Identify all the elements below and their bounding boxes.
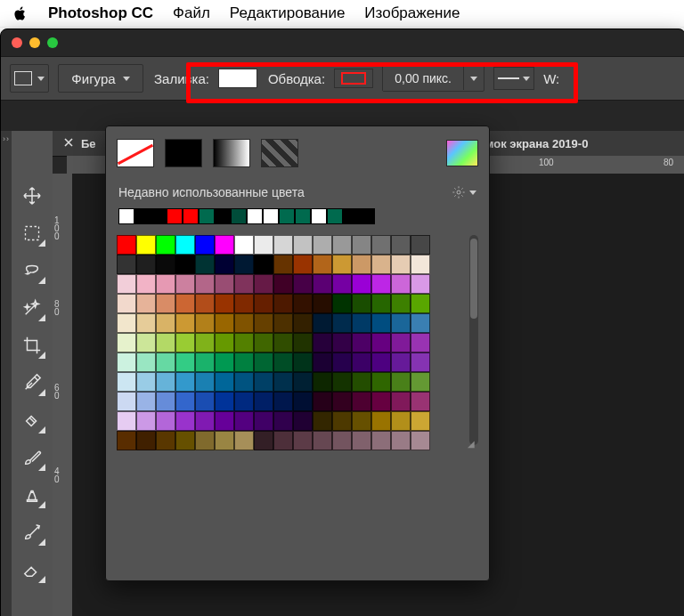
brush-tool[interactable] (17, 442, 47, 473)
color-swatch[interactable] (391, 431, 411, 450)
color-swatch[interactable] (156, 333, 175, 353)
color-swatch[interactable] (156, 313, 175, 333)
color-swatch[interactable] (332, 235, 352, 255)
color-swatch[interactable] (371, 333, 391, 353)
color-swatch[interactable] (371, 431, 391, 450)
color-swatch[interactable] (136, 372, 156, 392)
recent-swatch[interactable] (359, 208, 375, 224)
color-swatch[interactable] (136, 274, 156, 294)
color-swatch[interactable] (273, 313, 293, 333)
color-swatch[interactable] (293, 255, 313, 274)
recent-swatch[interactable] (215, 208, 231, 224)
color-swatch[interactable] (175, 313, 195, 333)
color-swatch[interactable] (352, 372, 371, 392)
color-swatch[interactable] (195, 274, 215, 294)
color-swatch[interactable] (391, 353, 411, 372)
color-swatch[interactable] (352, 294, 371, 313)
color-swatch[interactable] (215, 353, 234, 372)
color-swatch[interactable] (254, 372, 273, 392)
color-swatch[interactable] (273, 333, 293, 353)
fill-type-solid[interactable] (165, 139, 202, 167)
color-swatch[interactable] (254, 274, 273, 294)
color-swatch[interactable] (136, 411, 156, 431)
color-swatch[interactable] (273, 274, 293, 294)
color-swatch[interactable] (411, 333, 430, 353)
color-swatch[interactable] (117, 255, 136, 274)
ruler-vertical[interactable]: 1 0 08 06 04 0 (53, 174, 73, 616)
color-swatch[interactable] (254, 353, 273, 372)
color-swatch[interactable] (175, 392, 195, 411)
color-swatch[interactable] (352, 431, 371, 450)
color-swatch[interactable] (215, 274, 234, 294)
color-swatch[interactable] (313, 274, 332, 294)
color-swatch[interactable] (195, 372, 215, 392)
color-swatch[interactable] (117, 274, 136, 294)
scrollbar-thumb[interactable] (470, 239, 477, 319)
color-swatch[interactable] (371, 392, 391, 411)
color-swatch[interactable] (117, 431, 136, 450)
color-swatch[interactable] (273, 431, 293, 450)
color-swatch[interactable] (411, 372, 430, 392)
color-swatch[interactable] (371, 255, 391, 274)
color-swatch[interactable] (352, 235, 371, 255)
swatches-menu[interactable] (452, 185, 476, 199)
color-swatch[interactable] (215, 431, 234, 450)
color-swatch[interactable] (117, 353, 136, 372)
color-swatch[interactable] (254, 313, 273, 333)
color-swatch[interactable] (332, 431, 352, 450)
minimize-icon[interactable] (29, 37, 40, 48)
color-swatch[interactable] (411, 411, 430, 431)
color-swatch[interactable] (117, 313, 136, 333)
color-swatch[interactable] (293, 235, 313, 255)
color-swatch[interactable] (195, 353, 215, 372)
color-swatch[interactable] (273, 411, 293, 431)
color-swatch[interactable] (391, 392, 411, 411)
color-swatch[interactable] (371, 353, 391, 372)
history-brush-tool[interactable] (17, 517, 47, 547)
color-swatch[interactable] (352, 313, 371, 333)
color-swatch[interactable] (234, 353, 254, 372)
recent-swatch[interactable] (183, 208, 199, 224)
color-swatch[interactable] (254, 431, 273, 450)
color-swatch[interactable] (215, 255, 234, 274)
color-swatch[interactable] (156, 372, 175, 392)
color-swatch[interactable] (313, 333, 332, 353)
color-swatch[interactable] (273, 392, 293, 411)
recent-swatch[interactable] (231, 208, 247, 224)
color-swatch[interactable] (215, 392, 234, 411)
color-swatch[interactable] (254, 411, 273, 431)
color-swatch[interactable] (117, 333, 136, 353)
color-swatch[interactable] (313, 431, 332, 450)
color-swatch[interactable] (352, 411, 371, 431)
recent-swatch[interactable] (151, 208, 167, 224)
recent-swatch[interactable] (263, 208, 279, 224)
close-icon[interactable] (12, 37, 22, 48)
recent-swatch[interactable] (311, 208, 327, 224)
eyedropper-tool[interactable] (17, 368, 47, 398)
color-swatch[interactable] (156, 353, 175, 372)
color-swatch[interactable] (175, 411, 195, 431)
color-picker-button[interactable] (446, 140, 478, 166)
magic-wand-tool[interactable] (17, 293, 47, 323)
color-swatch[interactable] (136, 294, 156, 313)
color-swatch[interactable] (175, 333, 195, 353)
color-swatch[interactable] (273, 255, 293, 274)
color-swatch[interactable] (352, 333, 371, 353)
color-swatch[interactable] (273, 294, 293, 313)
color-swatch[interactable] (293, 313, 313, 333)
fill-swatch[interactable] (218, 69, 257, 88)
color-swatch[interactable] (254, 392, 273, 411)
color-swatch[interactable] (254, 333, 273, 353)
color-swatch[interactable] (254, 235, 273, 255)
color-swatch[interactable] (391, 313, 411, 333)
color-swatch[interactable] (411, 255, 430, 274)
recent-swatch[interactable] (327, 208, 343, 224)
color-swatch[interactable] (156, 411, 175, 431)
color-swatch[interactable] (175, 353, 195, 372)
color-swatch[interactable] (332, 372, 352, 392)
shape-mode-dropdown[interactable]: Фигура (58, 64, 143, 93)
color-swatch[interactable] (136, 353, 156, 372)
color-swatch[interactable] (136, 313, 156, 333)
color-swatch[interactable] (293, 392, 313, 411)
color-swatch[interactable] (254, 294, 273, 313)
